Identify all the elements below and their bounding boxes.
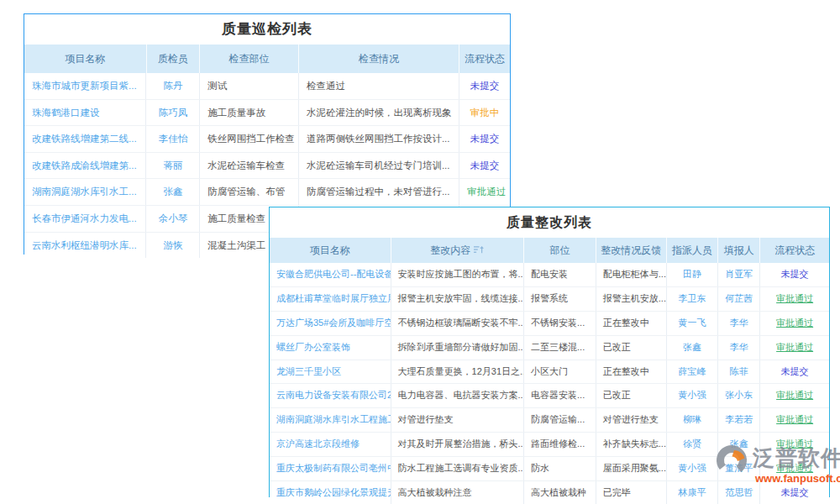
- status-text: 未提交: [459, 126, 510, 152]
- project-link[interactable]: 云南水利枢纽潜明水库...: [24, 233, 146, 259]
- part-cell: 路面维修检...: [524, 433, 596, 456]
- project-link[interactable]: 重庆市鹅岭公园绿化景观提升...: [270, 481, 391, 504]
- part-cell: 报警系统: [524, 287, 596, 311]
- rectification-table-title: 质量整改列表: [270, 207, 829, 238]
- status-text[interactable]: 审批通过: [760, 336, 829, 360]
- inspector-link[interactable]: 张鑫: [146, 179, 200, 205]
- reporter-link[interactable]: 董清平: [718, 457, 760, 480]
- assignee-link[interactable]: 张鑫: [667, 336, 719, 360]
- table-row: 重庆太极制药有限公司亳州中...防水工程施工选调有专业资质...防水屋面采用聚氨…: [270, 457, 829, 481]
- situation-cell: 检查通过: [299, 73, 459, 99]
- reporter-link[interactable]: 肖亚军: [718, 263, 760, 286]
- column-header-inspection-part: 检查部位: [200, 45, 299, 73]
- table-row: 改建铁路成渝线增建第...蒋丽水泥砼运输车检查水泥砼运输车司机经过专门培训...…: [24, 153, 510, 180]
- column-header-assignee: 指派人员: [667, 238, 719, 263]
- reporter-link[interactable]: 李华: [718, 336, 760, 360]
- status-text[interactable]: 审批通过: [760, 312, 829, 335]
- project-link[interactable]: 湖南洞庭湖水库引水工...: [24, 179, 146, 205]
- part-cell: 二至三楼混...: [524, 336, 596, 360]
- part-cell: 电容器安装...: [524, 384, 596, 407]
- table-row: 云南电力设备安装有限公司20...电力电容器、电抗器安装方案...电容器安装..…: [270, 384, 829, 408]
- project-link[interactable]: 珠海市城市更新项目紫...: [24, 73, 146, 99]
- project-link[interactable]: 重庆太极制药有限公司亳州中...: [270, 457, 391, 480]
- feedback-cell: 补齐缺失标志...: [596, 433, 667, 456]
- reporter-link[interactable]: 李若若: [718, 408, 760, 432]
- reporter-link[interactable]: 陈菲: [718, 360, 760, 384]
- reporter-link[interactable]: 李华: [718, 312, 760, 335]
- column-header-project-name: 项目名称: [270, 238, 391, 263]
- project-link[interactable]: 龙湖三千里小区: [270, 360, 391, 384]
- part-cell: 测试: [200, 73, 299, 99]
- rectification-table-body: 安徽合肥供电公司--配电设备...安装时应按施工图的布置，将...配电安装配电柜…: [270, 263, 829, 504]
- situation-cell: 防腐管运输过程中，未对管进行...: [299, 179, 459, 205]
- assignee-link[interactable]: 徐贤: [667, 433, 719, 456]
- content-cell: 拆除到承重墙部分请做好加固...: [391, 336, 524, 360]
- rectification-table-header: 项目名称 整改内容 部位 整改情况反馈 指派人员 填报人 流程状态: [270, 238, 829, 263]
- column-header-rectify-feedback: 整改情况反馈: [596, 238, 667, 263]
- status-text: 未提交: [459, 153, 510, 179]
- feedback-cell: 正在整改中: [596, 312, 667, 335]
- feedback-cell: 屋面采用聚氨...: [596, 457, 667, 480]
- assignee-link[interactable]: 薛宝峰: [667, 360, 719, 384]
- inspector-link[interactable]: 陈丹: [146, 73, 200, 99]
- sort-ascending-icon[interactable]: [474, 244, 484, 255]
- status-text[interactable]: 审批通过: [760, 457, 829, 480]
- status-text: 审批通过: [459, 179, 510, 205]
- feedback-cell: 报警主机安放...: [596, 287, 667, 311]
- inspector-link[interactable]: 游恢: [146, 233, 200, 259]
- quality-rectification-table: 质量整改列表 项目名称 整改内容 部位 整改情况反馈 指派人员 填报人 流程状态…: [269, 207, 830, 497]
- assignee-link[interactable]: 田静: [667, 263, 719, 286]
- status-text[interactable]: 审批通过: [760, 408, 829, 432]
- project-link[interactable]: 京沪高速北京段维修: [270, 433, 391, 456]
- project-link[interactable]: 成都杜甫草堂临时展厅独立展...: [270, 287, 391, 311]
- inspector-link[interactable]: 李佳怡: [146, 126, 200, 152]
- assignee-link[interactable]: 黄小强: [667, 384, 719, 407]
- column-header-workflow-status: 流程状态: [459, 45, 510, 73]
- status-text[interactable]: 审批通过: [760, 287, 829, 311]
- reporter-link[interactable]: 张鑫: [718, 433, 760, 456]
- status-text[interactable]: 审批通过: [760, 384, 829, 407]
- assignee-link[interactable]: 黄小强: [667, 457, 719, 480]
- part-cell: 施工质量事故: [200, 100, 299, 126]
- feedback-cell: 已改正: [596, 336, 667, 360]
- assignee-link[interactable]: 黄一飞: [667, 312, 719, 335]
- project-link[interactable]: 云南电力设备安装有限公司20...: [270, 384, 391, 407]
- table-row: 珠海鹤港口建设陈巧凤施工质量事故水泥砼灌注的时候，出现离析现象审批中: [24, 100, 510, 127]
- project-link[interactable]: 改建铁路线增建第二线...: [24, 126, 146, 152]
- content-cell: 大理石质量更换，12月31日之...: [391, 360, 524, 384]
- content-cell: 安装时应按施工图的布置，将...: [391, 263, 524, 286]
- table-row: 成都杜甫草堂临时展厅独立展...报警主机安放牢固，线缆连接...报警系统报警主机…: [270, 287, 829, 312]
- project-link[interactable]: 万达广场35#会所及咖啡厅空...: [270, 312, 391, 335]
- inspector-link[interactable]: 蒋丽: [146, 153, 200, 179]
- feedback-cell: 正在整改中: [596, 360, 667, 384]
- reporter-link[interactable]: 范思哲: [718, 481, 760, 504]
- inspection-table-header: 项目名称 质检员 检查部位 检查情况 流程状态: [24, 45, 510, 73]
- project-link[interactable]: 改建铁路成渝线增建第...: [24, 153, 146, 179]
- column-header-part: 部位: [524, 238, 596, 263]
- assignee-link[interactable]: 柳琳: [667, 408, 719, 432]
- column-header-reporter: 填报人: [718, 238, 760, 263]
- table-row: 湖南洞庭湖水库引水工...张鑫防腐管运输、布管防腐管运输过程中，未对管进行...…: [24, 179, 510, 206]
- status-text[interactable]: 审批通过: [760, 433, 829, 456]
- table-row: 京沪高速北京段维修对其及时开展整治措施，桥头...路面维修检...补齐缺失标志.…: [270, 433, 829, 457]
- project-link[interactable]: 湖南洞庭湖水库引水工程施工标: [270, 408, 391, 432]
- feedback-cell: 对管进行垫支: [596, 408, 667, 432]
- situation-cell: 道路两侧铁丝网围挡工作按设计...: [299, 126, 459, 152]
- content-cell: 电力电容器、电抗器安装方案...: [391, 384, 524, 407]
- project-link[interactable]: 长春市伊通河水力发电...: [24, 206, 146, 232]
- status-text: 审批中: [459, 100, 510, 126]
- project-link[interactable]: 螺丝厂办公室装饰: [270, 336, 391, 360]
- assignee-link[interactable]: 林康平: [667, 481, 719, 504]
- table-row: 螺丝厂办公室装饰拆除到承重墙部分请做好加固...二至三楼混...已改正张鑫李华审…: [270, 336, 829, 360]
- situation-cell: 水泥砼运输车司机经过专门培训...: [299, 153, 459, 179]
- rectify-content-label: 整改内容: [430, 244, 470, 256]
- part-cell: 水泥砼运输车检查: [200, 153, 299, 179]
- column-header-quality-inspector: 质检员: [147, 45, 201, 73]
- inspector-link[interactable]: 余小琴: [146, 206, 200, 232]
- project-link[interactable]: 珠海鹤港口建设: [24, 100, 146, 126]
- reporter-link[interactable]: 何芷茜: [718, 287, 760, 311]
- assignee-link[interactable]: 李卫东: [667, 287, 719, 311]
- reporter-link[interactable]: 张小东: [718, 384, 760, 407]
- inspector-link[interactable]: 陈巧凤: [146, 100, 200, 126]
- project-link[interactable]: 安徽合肥供电公司--配电设备...: [270, 263, 391, 286]
